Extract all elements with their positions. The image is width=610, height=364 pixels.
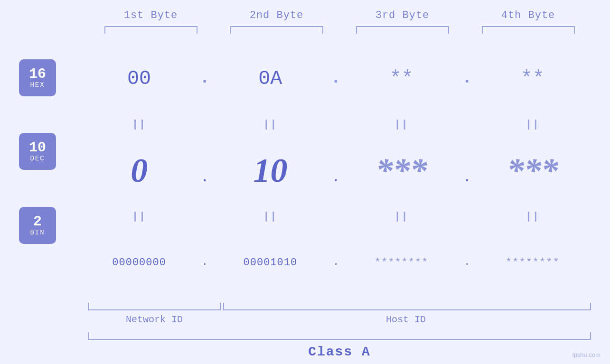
dec-label: DEC — [30, 155, 45, 162]
byte-label-1: 1st Byte — [88, 9, 214, 21]
equals-cell-7: || — [343, 211, 460, 223]
content-grid: 16 HEX 10 DEC 2 BIN 00 . — [19, 41, 591, 300]
hex-dot-1: . — [197, 67, 212, 90]
dec-cell-3: *** — [343, 151, 460, 190]
bin-value-3: ******** — [375, 257, 429, 269]
top-bracket-3 — [356, 26, 449, 34]
top-bracket-1 — [104, 26, 197, 34]
dec-dot-2: . — [329, 156, 343, 185]
hex-value-4: ** — [521, 67, 544, 90]
hex-number: 16 — [29, 67, 46, 81]
byte-label-4: 4th Byte — [465, 9, 591, 21]
hex-badge: 16 HEX — [19, 59, 56, 96]
hex-dot-3: . — [460, 67, 474, 90]
bracket-cell-2 — [214, 26, 339, 34]
class-full-bracket — [88, 332, 591, 340]
main-container: 1st Byte 2nd Byte 3rd Byte 4th Byte 16 H… — [0, 0, 610, 364]
base-badges-column: 16 HEX 10 DEC 2 BIN — [19, 41, 81, 300]
equals-cell-6: || — [212, 211, 328, 223]
host-id-bracket — [223, 303, 591, 310]
bin-dot-2: . — [329, 256, 343, 269]
equals-5: || — [132, 211, 146, 223]
network-id-label: Network ID — [88, 314, 221, 325]
bin-cell-4: ******** — [474, 257, 591, 269]
watermark: ipshu.com — [572, 351, 601, 358]
dec-number: 10 — [29, 140, 46, 155]
top-brackets-row — [19, 26, 591, 34]
bin-cell-3: ******** — [343, 257, 460, 269]
rows-area: 00 . 0A . ** . ** — [81, 41, 591, 300]
bottom-section: Network ID Host ID — [19, 303, 591, 332]
bin-dot-3: . — [460, 256, 474, 269]
dec-cell-4: *** — [474, 151, 591, 190]
hex-value-2: 0A — [258, 67, 282, 90]
top-bracket-2 — [230, 26, 323, 34]
class-label: Class A — [88, 345, 591, 359]
hex-cell-4: ** — [474, 67, 591, 90]
dec-badge: 10 DEC — [19, 133, 56, 170]
dec-value-4: *** — [507, 151, 558, 190]
hex-label: HEX — [30, 81, 45, 89]
equals-3: || — [394, 119, 408, 131]
bottom-brackets-row — [88, 303, 591, 310]
hex-row: 00 . 0A . ** . ** — [81, 41, 591, 116]
equals-cell-2: || — [212, 119, 328, 131]
dec-row: 0 . 10 . *** . *** — [81, 133, 591, 208]
bin-row: 00000000 . 00001010 . ******** . — [81, 225, 591, 300]
hex-cell-1: 00 — [81, 67, 197, 90]
class-section: Class A — [19, 332, 591, 359]
network-id-bracket — [88, 303, 221, 310]
equals-1: || — [132, 119, 146, 131]
bin-value-1: 00000000 — [112, 257, 166, 269]
bin-number: 2 — [33, 215, 42, 229]
hex-value-3: ** — [389, 67, 413, 90]
byte-label-2: 2nd Byte — [214, 9, 339, 21]
equals-2: || — [263, 119, 277, 131]
equals-8: || — [526, 211, 540, 223]
bin-value-4: ******** — [506, 257, 560, 269]
equals-4: || — [526, 119, 540, 131]
equals-7: || — [394, 211, 408, 223]
equals-row-2: || || || || — [81, 208, 591, 225]
equals-row-1: || || || || — [81, 116, 591, 133]
hex-cell-2: 0A — [212, 67, 328, 90]
hex-value-1: 00 — [127, 67, 151, 90]
bin-dot-1: . — [197, 256, 212, 269]
bin-value-2: 00001010 — [244, 257, 298, 269]
equals-6: || — [263, 211, 277, 223]
bin-cell-1: 00000000 — [81, 257, 197, 269]
bin-label: BIN — [30, 229, 45, 236]
equals-cell-4: || — [474, 119, 591, 131]
bracket-cell-1 — [88, 26, 214, 34]
equals-cell-1: || — [81, 119, 197, 131]
bottom-labels-row: Network ID Host ID — [88, 314, 591, 325]
dec-dot-1: . — [197, 156, 212, 185]
bin-cell-2: 00001010 — [212, 257, 328, 269]
bracket-cell-4 — [465, 26, 591, 34]
byte-label-3: 3rd Byte — [339, 9, 465, 21]
top-bracket-4 — [482, 26, 575, 34]
dec-cell-1: 0 — [81, 151, 197, 190]
bracket-cell-3 — [339, 26, 465, 34]
equals-cell-5: || — [81, 211, 197, 223]
byte-labels-row: 1st Byte 2nd Byte 3rd Byte 4th Byte — [19, 9, 591, 21]
hex-dot-2: . — [329, 67, 343, 90]
dec-dot-3: . — [460, 156, 474, 185]
equals-cell-8: || — [474, 211, 591, 223]
dec-value-1: 0 — [131, 151, 148, 190]
dec-value-2: 10 — [253, 151, 287, 190]
dec-cell-2: 10 — [212, 151, 328, 190]
dec-value-3: *** — [376, 151, 427, 190]
hex-cell-3: ** — [343, 67, 460, 90]
bin-badge: 2 BIN — [19, 207, 56, 244]
equals-cell-3: || — [343, 119, 460, 131]
host-id-label: Host ID — [221, 314, 591, 325]
